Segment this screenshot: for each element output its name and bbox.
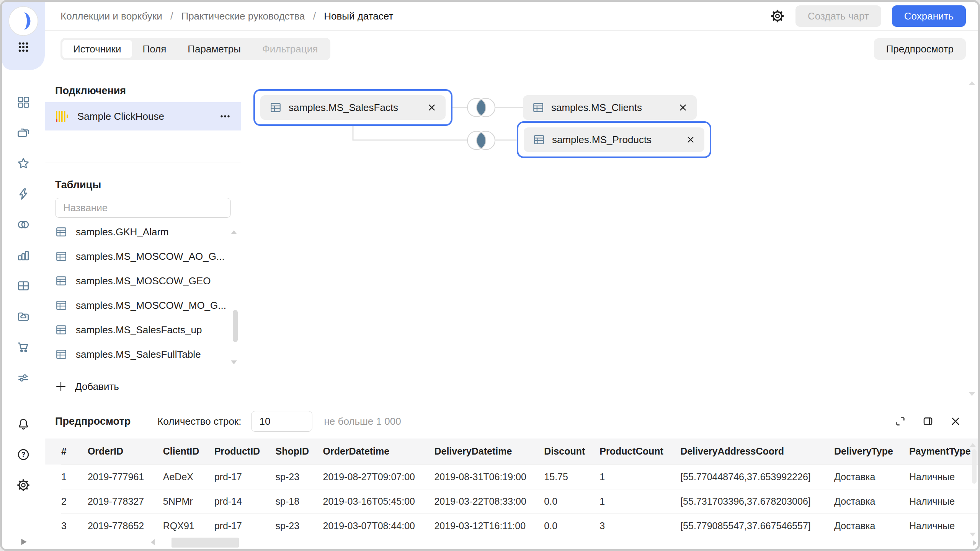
table-cell: Наличные <box>909 465 978 489</box>
column-header: OrderID <box>88 439 163 465</box>
list-scrollbar-thumb[interactable] <box>233 310 238 342</box>
table-list-item[interactable]: samples.MS_MOSCOW_MO_G... <box>45 293 241 318</box>
favorites-star-icon[interactable] <box>16 156 30 170</box>
services-sliders-icon[interactable] <box>16 371 30 385</box>
table-cell: 3 <box>599 514 680 538</box>
node-close-icon[interactable] <box>427 103 436 112</box>
datasets-circles-icon[interactable] <box>16 218 30 231</box>
preview-vscroll-down-arrow[interactable] <box>970 533 976 536</box>
column-header: DeliveryAddressCoord <box>680 439 834 465</box>
tab-fields[interactable]: Поля <box>132 40 177 58</box>
node-products-pill[interactable]: samples.MS_Products <box>524 127 704 152</box>
breadcrumb-separator: / <box>170 10 173 22</box>
table-cell: sp-23 <box>276 465 323 489</box>
play-expand-icon <box>18 537 28 547</box>
table-cell: 2 <box>61 489 88 514</box>
table-item-label: samples.MS_SalesFullTable <box>76 349 201 360</box>
connection-item-sample-clickhouse[interactable]: Sample ClickHouse <box>45 102 241 130</box>
node-clients[interactable]: samples.MS_Clients <box>523 95 697 120</box>
storage-cloud-folder-icon[interactable] <box>16 310 30 323</box>
table-list-item[interactable]: samples.MS_SalesFacts_up <box>45 318 241 342</box>
preview-hscroll-right-arrow[interactable] <box>973 540 977 546</box>
header-actions: Создать чарт Сохранить <box>770 5 966 27</box>
add-table-button[interactable]: Добавить <box>45 378 241 395</box>
table-cell: prd-17 <box>214 514 276 538</box>
preview-toggle-button[interactable]: Предпросмотр <box>874 38 966 60</box>
apps-grid-icon[interactable] <box>16 40 30 54</box>
breadcrumb-collections[interactable]: Коллекции и воркбуки <box>60 10 162 22</box>
charts-bar-icon[interactable] <box>16 248 30 262</box>
preview-hscroll-thumb[interactable] <box>172 538 239 548</box>
table-icon <box>55 275 67 287</box>
table-cell: 2019-778327 <box>88 489 163 514</box>
dashboards-table-icon[interactable] <box>16 279 30 293</box>
dashboard-grid-icon[interactable] <box>16 95 30 109</box>
save-button[interactable]: Сохранить <box>892 5 966 27</box>
table-cell: 2019-778652 <box>88 514 163 538</box>
connection-more-icon[interactable] <box>219 111 231 122</box>
datalens-logo-icon[interactable] <box>8 6 39 36</box>
preview-title: Предпросмотр <box>55 416 131 427</box>
table-cell: 15.75 <box>544 465 599 489</box>
table-item-label: samples.MS_SalesFacts_up <box>76 324 202 336</box>
table-search-input[interactable] <box>55 198 231 218</box>
row-count-label: Количество строк: <box>157 416 241 427</box>
rail-top <box>2 2 45 70</box>
table-cell: Доставка <box>834 465 909 489</box>
table-cell: 2019-777961 <box>88 465 163 489</box>
tab-filtering[interactable]: Фильтрация <box>252 40 328 58</box>
tab-parameters[interactable]: Параметры <box>177 40 252 58</box>
table-icon <box>55 324 67 336</box>
sources-panel: Подключения Sample ClickHouse <box>45 67 241 404</box>
app-window: ? <box>0 0 980 551</box>
breadcrumb-current-dataset[interactable]: Новый датасет <box>324 10 393 22</box>
expand-preview-icon[interactable] <box>895 416 906 427</box>
table-list-item[interactable]: samples.GKH_Alarm <box>45 220 241 244</box>
join-icon-inner-1[interactable] <box>467 95 496 120</box>
tab-sources[interactable]: Источники <box>62 40 132 58</box>
preview-vscroll-up-arrow[interactable] <box>970 443 976 447</box>
canvas-scroll-down-arrow[interactable] <box>969 392 975 396</box>
node-close-icon[interactable] <box>678 103 688 112</box>
table-cell: [55.770448746,37.653992226] <box>680 465 834 489</box>
join-canvas[interactable]: samples.MS_SalesFacts <box>241 67 978 404</box>
split-panel-icon[interactable] <box>922 416 934 427</box>
list-scroll-down-arrow[interactable] <box>231 360 237 364</box>
node-products[interactable]: samples.MS_Products <box>517 121 711 158</box>
marketplace-cart-icon[interactable] <box>16 340 30 354</box>
table-cell: Доставка <box>834 489 909 514</box>
create-chart-button[interactable]: Создать чарт <box>795 5 881 27</box>
table-cell: 5NPMr <box>163 489 214 514</box>
table-cell: 0.0 <box>544 514 599 538</box>
column-header: ProductID <box>214 439 276 465</box>
breadcrumb-separator: / <box>313 10 316 22</box>
node-sales-facts-pill[interactable]: samples.MS_SalesFacts <box>260 95 446 120</box>
notifications-bell-icon[interactable] <box>16 417 30 431</box>
table-item-label: samples.MS_MOSCOW_GEO <box>76 275 211 287</box>
preview-vscroll-thumb[interactable] <box>972 449 977 484</box>
svg-text:?: ? <box>21 451 26 458</box>
settings-gear-icon[interactable] <box>16 478 30 492</box>
table-list-item[interactable]: samples.MS_MOSCOW_AO_G... <box>45 244 241 269</box>
table-cell: prd-14 <box>214 489 276 514</box>
row-count-input[interactable] <box>251 411 312 432</box>
table-list-item[interactable]: samples.MS_MOSCOW_GEO <box>45 269 241 293</box>
list-scroll-up-arrow[interactable] <box>231 230 237 234</box>
breadcrumb-workbook[interactable]: Практические руководства <box>181 10 305 22</box>
column-header: DeliveryType <box>834 439 909 465</box>
node-close-icon[interactable] <box>686 135 695 144</box>
table-cell: 1 <box>61 465 88 489</box>
dataset-settings-gear-icon[interactable] <box>770 9 785 23</box>
table-item-label: samples.MS_MOSCOW_MO_G... <box>76 300 226 311</box>
connections-lightning-icon[interactable] <box>16 187 30 201</box>
node-sales-facts[interactable]: samples.MS_SalesFacts <box>253 89 452 126</box>
help-question-icon[interactable]: ? <box>16 448 30 461</box>
preview-hscroll-left-arrow[interactable] <box>151 539 155 545</box>
column-header: PaymentType <box>909 439 978 465</box>
rail-expand-button[interactable] <box>2 534 45 549</box>
canvas-scroll-up-arrow[interactable] <box>969 81 975 85</box>
collections-folders-icon[interactable] <box>16 126 30 140</box>
close-preview-icon[interactable] <box>950 416 961 427</box>
table-list-item[interactable]: samples.MS_SalesFullTable <box>45 342 241 367</box>
join-icon-inner-2[interactable] <box>467 128 496 153</box>
